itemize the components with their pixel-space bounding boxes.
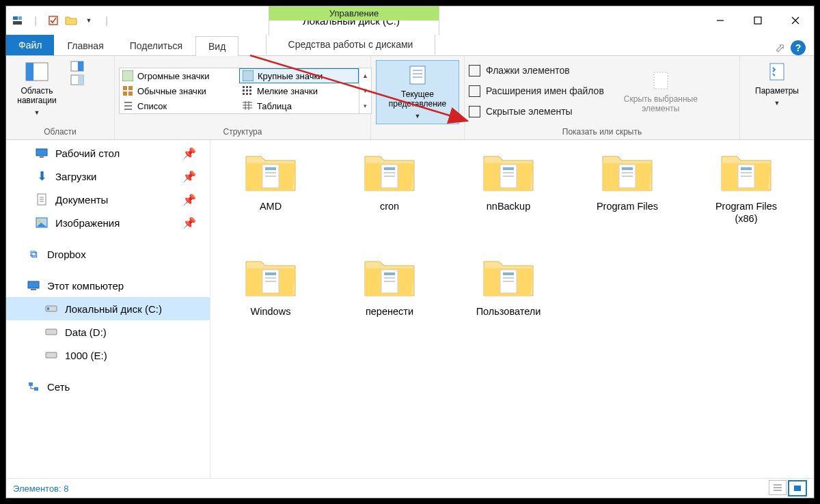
folder-item[interactable]: nnBackup	[469, 147, 548, 225]
folder-label: AMD	[260, 200, 282, 212]
qat-separator: |	[29, 14, 42, 27]
nav-pictures[interactable]: Изображения📌	[6, 211, 210, 234]
home-tab[interactable]: Главная	[54, 36, 116, 55]
layout-list[interactable]: Список	[120, 98, 239, 113]
folder-icon	[480, 252, 537, 301]
nav-this-pc[interactable]: Этот компьютер	[6, 274, 210, 297]
nav-local-disk-c[interactable]: Локальный диск (C:)	[6, 297, 210, 320]
contextual-tab-header: Управление	[269, 7, 439, 20]
navigation-pane-button[interactable]: Область навигации▼	[10, 60, 64, 117]
svg-rect-61	[265, 172, 276, 173]
folder-label: Пользователи	[476, 305, 541, 318]
svg-rect-68	[503, 167, 514, 170]
contextual-subtab[interactable]: Средства работы с дисками	[266, 35, 435, 55]
layout-extra-large[interactable]: Огромные значки	[120, 68, 239, 83]
navigation-tree[interactable]: Рабочий стол📌 ⬇Загрузки📌 Документы📌 Изоб…	[6, 140, 210, 478]
layout-small[interactable]: Мелкие значки	[239, 83, 359, 98]
pin-ribbon-icon[interactable]: ⬀	[775, 40, 785, 55]
preview-pane-button[interactable]	[68, 60, 87, 72]
folder-icon[interactable]	[64, 14, 78, 27]
svg-rect-37	[410, 66, 425, 84]
nav-data-d[interactable]: Data (D:)	[6, 320, 210, 344]
svg-rect-76	[741, 167, 752, 170]
folder-item[interactable]: Windows	[231, 252, 310, 318]
qat-dropdown-icon[interactable]: ▼	[82, 14, 96, 27]
help-icon[interactable]: ?	[791, 40, 806, 55]
minimize-button[interactable]	[701, 6, 739, 35]
svg-rect-70	[503, 176, 514, 177]
folder-icon	[242, 147, 299, 196]
svg-rect-22	[249, 86, 251, 88]
svg-rect-52	[31, 289, 36, 290]
svg-rect-69	[503, 172, 514, 173]
navigation-pane-label: Область навигации	[10, 86, 64, 105]
folder-item[interactable]: Program Files (x86)	[707, 147, 786, 225]
hide-selected-button[interactable]: Скрыть выбранные элементы	[623, 68, 698, 113]
view-tab[interactable]: Вид	[195, 36, 238, 56]
current-view-button[interactable]: Текущее представление▼	[376, 60, 459, 124]
status-item-count: Элементов: 8	[13, 484, 68, 494]
ribbon-group-panes: Область навигации▼ Области	[6, 56, 115, 139]
svg-rect-81	[265, 277, 276, 279]
nav-documents[interactable]: Документы📌	[6, 188, 210, 211]
pin-icon: 📌	[182, 147, 196, 160]
layout-large[interactable]: Крупные значки	[239, 68, 359, 83]
folder-label: Program Files	[597, 200, 658, 212]
current-view-label: Текущее представление	[377, 89, 459, 109]
share-tab[interactable]: Поделиться	[117, 36, 195, 55]
close-button[interactable]	[776, 6, 814, 35]
layout-gallery[interactable]: Огромные значки Крупные значки ▲▼▾ Обычн…	[119, 68, 372, 114]
layout-details[interactable]: Таблица	[239, 98, 359, 113]
folder-item[interactable]: cron	[350, 147, 429, 225]
app-icon	[11, 14, 25, 27]
folder-item[interactable]: Пользователи	[469, 252, 548, 318]
ribbon-show-hide-caption: Показать или скрыть	[465, 126, 739, 139]
svg-rect-42	[770, 64, 784, 80]
folder-label: Program Files (x86)	[707, 200, 786, 225]
folder-icon	[242, 252, 299, 301]
maximize-button[interactable]	[739, 6, 776, 35]
svg-rect-25	[249, 89, 251, 92]
hidden-items-toggle[interactable]: Скрытые элементы	[469, 103, 604, 120]
gallery-spinner[interactable]: ▲▼▾	[359, 68, 371, 113]
view-large-icons-button[interactable]	[788, 480, 807, 496]
options-label: Параметры	[755, 86, 799, 96]
folder-icon	[599, 147, 656, 196]
svg-point-50	[38, 220, 41, 223]
file-extensions-toggle[interactable]: Расширения имен файлов	[469, 83, 604, 99]
file-tab[interactable]: Файл	[6, 35, 54, 55]
svg-rect-23	[243, 89, 245, 92]
properties-icon[interactable]	[46, 14, 60, 27]
svg-rect-18	[123, 92, 127, 96]
svg-rect-2	[13, 21, 22, 25]
svg-rect-5	[754, 17, 761, 24]
svg-rect-44	[40, 156, 44, 158]
quick-access-toolbar: | ▼ |	[6, 6, 118, 35]
hide-selected-label: Скрыть выбранные элементы	[623, 94, 698, 113]
folder-icon	[480, 147, 537, 196]
explorer-window: | ▼ | Локальный диск (C:) Управление	[5, 5, 815, 499]
nav-dropbox[interactable]: ⧉Dropbox	[6, 242, 210, 266]
svg-rect-74	[622, 176, 633, 177]
nav-1000-e[interactable]: 1000 (E:)	[6, 344, 210, 367]
folder-content[interactable]: AMD cron nnBackup Program Files Program …	[210, 140, 814, 478]
svg-rect-0	[13, 16, 18, 20]
nav-downloads[interactable]: ⬇Загрузки📌	[6, 165, 210, 188]
layout-medium[interactable]: Обычные значки	[120, 83, 239, 98]
folder-item[interactable]: AMD	[231, 147, 310, 225]
folder-item[interactable]: Program Files	[588, 147, 667, 225]
ribbon: Область навигации▼ Области Огромные знач…	[6, 56, 814, 140]
svg-rect-90	[503, 281, 514, 282]
folder-item[interactable]: перенести	[350, 252, 429, 318]
svg-rect-72	[622, 167, 633, 170]
nav-desktop[interactable]: Рабочий стол📌	[6, 141, 210, 165]
svg-rect-3	[49, 16, 57, 25]
folder-label: перенести	[366, 305, 413, 318]
svg-rect-64	[384, 167, 395, 170]
details-pane-button[interactable]	[68, 74, 87, 86]
view-details-button[interactable]	[769, 480, 787, 495]
nav-network[interactable]: Сеть	[6, 375, 210, 398]
svg-rect-65	[384, 172, 395, 173]
options-button[interactable]: Параметры ▼	[750, 60, 804, 108]
item-checkboxes-toggle[interactable]: Флажки элементов	[469, 62, 604, 79]
